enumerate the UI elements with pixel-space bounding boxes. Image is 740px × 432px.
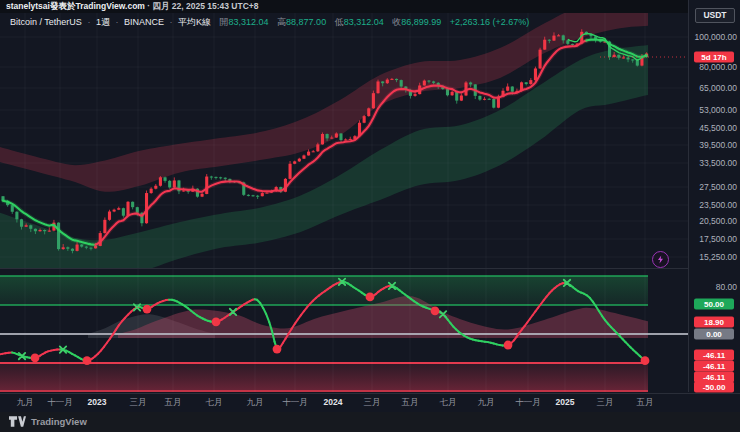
time-axis-month-label: 三月 xyxy=(130,397,147,409)
time-axis-month-label: 五月 xyxy=(637,397,654,409)
time-axis-month-label: 九月 xyxy=(247,397,264,409)
oscillator-axis-label: 80.00 xyxy=(716,282,737,292)
time-axis-year-label: 2025 xyxy=(556,397,575,407)
time-axis-month-label: 十一月 xyxy=(515,397,541,409)
price-axis-label: 39,500.00 xyxy=(699,140,737,150)
price-axis-label: 80,000.00 xyxy=(699,62,737,72)
oscillator-value-badge: -46.11 xyxy=(694,361,734,372)
tradingview-chart-window: stanelytsai發表於TradingView.com · 四月 22, 2… xyxy=(0,0,740,432)
time-axis[interactable]: 九月十一月2023三月五月七月九月十一月2024三月五月七月九月十一月2025三… xyxy=(0,393,740,413)
change-value: +2,263.16 (+2.67%) xyxy=(450,17,530,27)
oscillator-value-badge: -46.11 xyxy=(694,350,734,361)
price-axis-label: 17,500.00 xyxy=(699,234,737,244)
close-value: 86,899.99 xyxy=(401,17,441,27)
price-axis-label: 53,000.00 xyxy=(699,105,737,115)
oscillator-value-badge: 0.00 xyxy=(694,329,734,340)
oscillator-value-badge: 50.00 xyxy=(694,299,734,310)
oscillator-value-badge: 18.90 xyxy=(694,317,734,328)
low-value: 83,312.04 xyxy=(344,17,384,27)
price-axis-label: 15,250.00 xyxy=(699,252,737,262)
flash-icon[interactable] xyxy=(652,251,669,268)
exchange-label: BINANCE xyxy=(124,17,164,27)
price-axis-label: 100,000.00 xyxy=(694,32,737,42)
oscillator-value-badge: -50.00 xyxy=(694,382,734,393)
price-axis-label: 33,500.00 xyxy=(699,158,737,168)
time-axis-month-label: 七月 xyxy=(440,397,457,409)
time-axis-year-label: 2023 xyxy=(88,397,107,407)
chart-canvas[interactable] xyxy=(0,0,740,432)
open-value: 83,312.04 xyxy=(229,17,269,27)
footer-bar: TradingView xyxy=(0,412,740,432)
price-axis-label: 65,000.00 xyxy=(699,83,737,93)
currency-toggle-button[interactable]: USDT xyxy=(695,8,735,23)
tradingview-logo-icon xyxy=(9,416,26,427)
time-axis-month-label: 十一月 xyxy=(282,397,308,409)
price-axis-label: 23,500.00 xyxy=(699,200,737,210)
time-axis-month-label: 九月 xyxy=(17,397,34,409)
price-axis-label: 20,500.00 xyxy=(699,216,737,226)
time-axis-year-label: 2024 xyxy=(324,397,343,407)
price-axis-label: 45,500.00 xyxy=(699,123,737,133)
candle-countdown-badge: 5d 17h xyxy=(694,52,734,63)
time-axis-month-label: 三月 xyxy=(597,397,614,409)
symbol-name[interactable]: Bitcoin / TetherUS xyxy=(10,17,82,27)
time-axis-month-label: 五月 xyxy=(402,397,419,409)
symbol-info-bar[interactable]: Bitcoin / TetherUS · 1週 · BINANCE · 平均K線… xyxy=(10,16,529,29)
time-axis-month-label: 七月 xyxy=(206,397,223,409)
high-value: 88,877.00 xyxy=(286,17,326,27)
time-axis-month-label: 三月 xyxy=(364,397,381,409)
time-axis-month-label: 五月 xyxy=(165,397,182,409)
price-axis[interactable]: USDT 100,000.0080,000.0065,000.0053,000.… xyxy=(688,0,740,392)
tradingview-logo[interactable]: TradingView xyxy=(9,416,87,427)
tradingview-logo-text: TradingView xyxy=(31,416,87,427)
time-axis-month-label: 十一月 xyxy=(47,397,73,409)
price-axis-label: 27,500.00 xyxy=(699,182,737,192)
time-axis-month-label: 九月 xyxy=(478,397,495,409)
candle-type-label: 平均K線 xyxy=(178,17,211,27)
interval-label[interactable]: 1週 xyxy=(96,17,110,27)
